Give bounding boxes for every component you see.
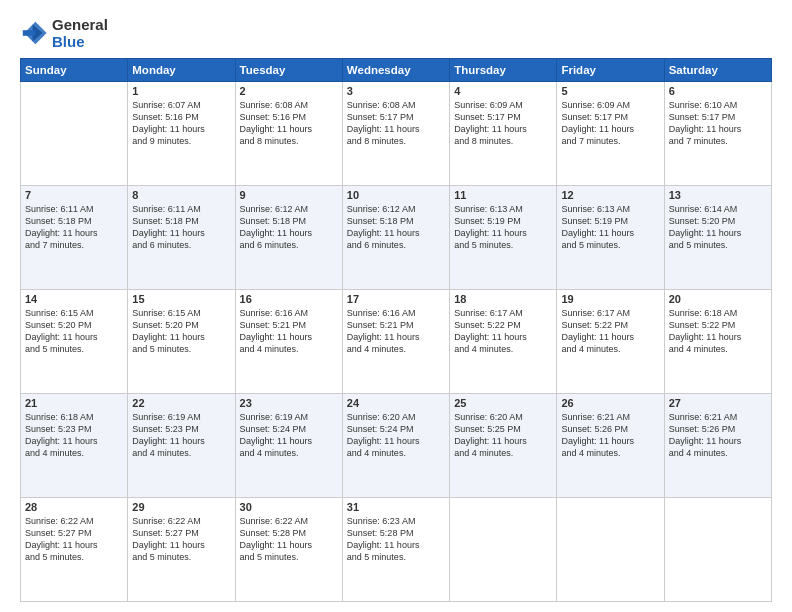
day-number: 24 [347, 397, 445, 409]
calendar-day-header: Saturday [664, 59, 771, 82]
cell-info: Sunrise: 6:09 AM Sunset: 5:17 PM Dayligh… [454, 99, 552, 148]
calendar-day-header: Thursday [450, 59, 557, 82]
cell-info: Sunrise: 6:13 AM Sunset: 5:19 PM Dayligh… [561, 203, 659, 252]
calendar-cell: 31Sunrise: 6:23 AM Sunset: 5:28 PM Dayli… [342, 498, 449, 602]
cell-info: Sunrise: 6:23 AM Sunset: 5:28 PM Dayligh… [347, 515, 445, 564]
calendar-cell: 30Sunrise: 6:22 AM Sunset: 5:28 PM Dayli… [235, 498, 342, 602]
calendar-cell: 10Sunrise: 6:12 AM Sunset: 5:18 PM Dayli… [342, 186, 449, 290]
day-number: 18 [454, 293, 552, 305]
cell-info: Sunrise: 6:16 AM Sunset: 5:21 PM Dayligh… [240, 307, 338, 356]
calendar-cell: 19Sunrise: 6:17 AM Sunset: 5:22 PM Dayli… [557, 290, 664, 394]
day-number: 12 [561, 189, 659, 201]
day-number: 30 [240, 501, 338, 513]
cell-info: Sunrise: 6:12 AM Sunset: 5:18 PM Dayligh… [347, 203, 445, 252]
cell-info: Sunrise: 6:22 AM Sunset: 5:27 PM Dayligh… [132, 515, 230, 564]
cell-info: Sunrise: 6:08 AM Sunset: 5:17 PM Dayligh… [347, 99, 445, 148]
cell-info: Sunrise: 6:15 AM Sunset: 5:20 PM Dayligh… [25, 307, 123, 356]
calendar-cell: 3Sunrise: 6:08 AM Sunset: 5:17 PM Daylig… [342, 82, 449, 186]
calendar-cell: 13Sunrise: 6:14 AM Sunset: 5:20 PM Dayli… [664, 186, 771, 290]
calendar-cell: 14Sunrise: 6:15 AM Sunset: 5:20 PM Dayli… [21, 290, 128, 394]
day-number: 1 [132, 85, 230, 97]
cell-info: Sunrise: 6:18 AM Sunset: 5:22 PM Dayligh… [669, 307, 767, 356]
calendar-cell: 25Sunrise: 6:20 AM Sunset: 5:25 PM Dayli… [450, 394, 557, 498]
cell-info: Sunrise: 6:20 AM Sunset: 5:25 PM Dayligh… [454, 411, 552, 460]
cell-info: Sunrise: 6:17 AM Sunset: 5:22 PM Dayligh… [561, 307, 659, 356]
day-number: 6 [669, 85, 767, 97]
day-number: 15 [132, 293, 230, 305]
cell-info: Sunrise: 6:22 AM Sunset: 5:28 PM Dayligh… [240, 515, 338, 564]
cell-info: Sunrise: 6:21 AM Sunset: 5:26 PM Dayligh… [669, 411, 767, 460]
calendar-cell [450, 498, 557, 602]
calendar-cell: 1Sunrise: 6:07 AM Sunset: 5:16 PM Daylig… [128, 82, 235, 186]
calendar-week-row: 28Sunrise: 6:22 AM Sunset: 5:27 PM Dayli… [21, 498, 772, 602]
day-number: 3 [347, 85, 445, 97]
cell-info: Sunrise: 6:12 AM Sunset: 5:18 PM Dayligh… [240, 203, 338, 252]
calendar-cell: 18Sunrise: 6:17 AM Sunset: 5:22 PM Dayli… [450, 290, 557, 394]
cell-info: Sunrise: 6:09 AM Sunset: 5:17 PM Dayligh… [561, 99, 659, 148]
calendar-cell: 6Sunrise: 6:10 AM Sunset: 5:17 PM Daylig… [664, 82, 771, 186]
calendar-cell: 21Sunrise: 6:18 AM Sunset: 5:23 PM Dayli… [21, 394, 128, 498]
calendar-cell [21, 82, 128, 186]
calendar-cell: 4Sunrise: 6:09 AM Sunset: 5:17 PM Daylig… [450, 82, 557, 186]
cell-info: Sunrise: 6:10 AM Sunset: 5:17 PM Dayligh… [669, 99, 767, 148]
svg-rect-2 [23, 30, 36, 36]
header: General Blue [20, 16, 772, 50]
calendar-cell [664, 498, 771, 602]
day-number: 5 [561, 85, 659, 97]
cell-info: Sunrise: 6:17 AM Sunset: 5:22 PM Dayligh… [454, 307, 552, 356]
cell-info: Sunrise: 6:21 AM Sunset: 5:26 PM Dayligh… [561, 411, 659, 460]
day-number: 23 [240, 397, 338, 409]
cell-info: Sunrise: 6:18 AM Sunset: 5:23 PM Dayligh… [25, 411, 123, 460]
calendar-week-row: 14Sunrise: 6:15 AM Sunset: 5:20 PM Dayli… [21, 290, 772, 394]
cell-info: Sunrise: 6:19 AM Sunset: 5:24 PM Dayligh… [240, 411, 338, 460]
calendar-cell: 20Sunrise: 6:18 AM Sunset: 5:22 PM Dayli… [664, 290, 771, 394]
day-number: 4 [454, 85, 552, 97]
day-number: 16 [240, 293, 338, 305]
day-number: 29 [132, 501, 230, 513]
cell-info: Sunrise: 6:07 AM Sunset: 5:16 PM Dayligh… [132, 99, 230, 148]
calendar-cell: 27Sunrise: 6:21 AM Sunset: 5:26 PM Dayli… [664, 394, 771, 498]
calendar-day-header: Tuesday [235, 59, 342, 82]
day-number: 11 [454, 189, 552, 201]
day-number: 17 [347, 293, 445, 305]
calendar-cell: 15Sunrise: 6:15 AM Sunset: 5:20 PM Dayli… [128, 290, 235, 394]
cell-info: Sunrise: 6:15 AM Sunset: 5:20 PM Dayligh… [132, 307, 230, 356]
cell-info: Sunrise: 6:19 AM Sunset: 5:23 PM Dayligh… [132, 411, 230, 460]
calendar-day-header: Sunday [21, 59, 128, 82]
calendar-cell: 12Sunrise: 6:13 AM Sunset: 5:19 PM Dayli… [557, 186, 664, 290]
day-number: 10 [347, 189, 445, 201]
calendar-cell: 23Sunrise: 6:19 AM Sunset: 5:24 PM Dayli… [235, 394, 342, 498]
calendar-table: SundayMondayTuesdayWednesdayThursdayFrid… [20, 58, 772, 602]
calendar-header-row: SundayMondayTuesdayWednesdayThursdayFrid… [21, 59, 772, 82]
calendar-cell: 17Sunrise: 6:16 AM Sunset: 5:21 PM Dayli… [342, 290, 449, 394]
calendar-day-header: Wednesday [342, 59, 449, 82]
calendar-cell: 22Sunrise: 6:19 AM Sunset: 5:23 PM Dayli… [128, 394, 235, 498]
calendar-cell: 7Sunrise: 6:11 AM Sunset: 5:18 PM Daylig… [21, 186, 128, 290]
cell-info: Sunrise: 6:08 AM Sunset: 5:16 PM Dayligh… [240, 99, 338, 148]
cell-info: Sunrise: 6:11 AM Sunset: 5:18 PM Dayligh… [25, 203, 123, 252]
logo-icon [20, 19, 48, 47]
day-number: 20 [669, 293, 767, 305]
page: General Blue SundayMondayTuesdayWednesda… [0, 0, 792, 612]
cell-info: Sunrise: 6:14 AM Sunset: 5:20 PM Dayligh… [669, 203, 767, 252]
calendar-cell: 24Sunrise: 6:20 AM Sunset: 5:24 PM Dayli… [342, 394, 449, 498]
cell-info: Sunrise: 6:20 AM Sunset: 5:24 PM Dayligh… [347, 411, 445, 460]
calendar-cell: 28Sunrise: 6:22 AM Sunset: 5:27 PM Dayli… [21, 498, 128, 602]
logo-text: General Blue [52, 16, 108, 50]
day-number: 19 [561, 293, 659, 305]
calendar-cell: 26Sunrise: 6:21 AM Sunset: 5:26 PM Dayli… [557, 394, 664, 498]
day-number: 27 [669, 397, 767, 409]
calendar-cell [557, 498, 664, 602]
calendar-cell: 9Sunrise: 6:12 AM Sunset: 5:18 PM Daylig… [235, 186, 342, 290]
calendar-week-row: 1Sunrise: 6:07 AM Sunset: 5:16 PM Daylig… [21, 82, 772, 186]
day-number: 9 [240, 189, 338, 201]
day-number: 8 [132, 189, 230, 201]
day-number: 21 [25, 397, 123, 409]
cell-info: Sunrise: 6:16 AM Sunset: 5:21 PM Dayligh… [347, 307, 445, 356]
calendar-cell: 2Sunrise: 6:08 AM Sunset: 5:16 PM Daylig… [235, 82, 342, 186]
day-number: 2 [240, 85, 338, 97]
calendar-week-row: 7Sunrise: 6:11 AM Sunset: 5:18 PM Daylig… [21, 186, 772, 290]
day-number: 25 [454, 397, 552, 409]
day-number: 14 [25, 293, 123, 305]
day-number: 7 [25, 189, 123, 201]
